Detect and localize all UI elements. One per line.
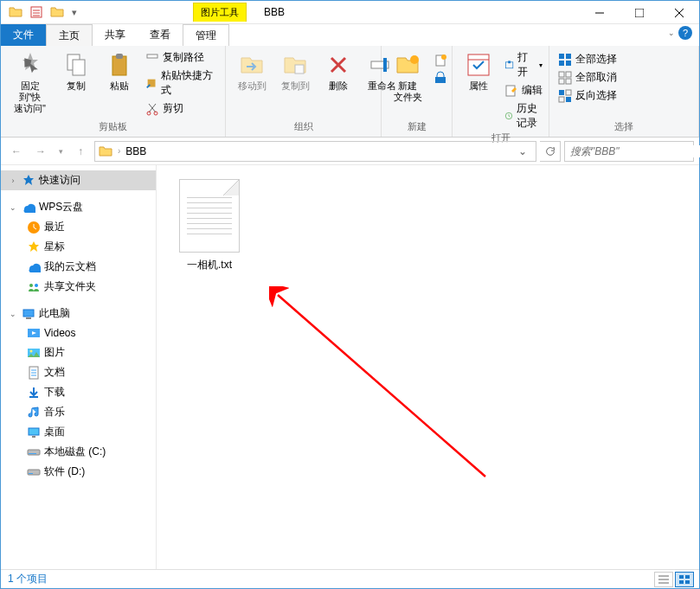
breadcrumb[interactable]: BBB <box>125 145 146 157</box>
svg-rect-51 <box>685 575 690 579</box>
sidebar-music[interactable]: 音乐 <box>1 402 156 422</box>
edit-button[interactable]: 编辑 <box>501 82 546 99</box>
select-all-icon <box>558 53 572 67</box>
content-area[interactable]: 一相机.txt <box>157 165 699 569</box>
svg-rect-28 <box>566 79 571 84</box>
sidebar-star[interactable]: 星标 <box>1 237 156 257</box>
sidebar: ›快速访问 ⌄WPS云盘 最近 星标 我的云文档 共享文件夹 ⌄此电脑 Vide… <box>1 165 157 569</box>
svg-rect-43 <box>29 428 39 435</box>
select-none-button[interactable]: 全部取消 <box>555 69 620 86</box>
paste-icon <box>106 51 133 79</box>
statusbar: 1 个项目 <box>1 569 699 588</box>
svg-rect-22 <box>566 54 571 59</box>
clock-icon <box>27 221 41 234</box>
svg-rect-25 <box>559 72 564 77</box>
music-icon <box>27 406 41 419</box>
maximize-button[interactable] <box>620 1 659 24</box>
select-all-button[interactable]: 全部选择 <box>555 51 620 67</box>
star-icon <box>27 240 41 254</box>
paste-button[interactable]: 粘贴 <box>99 48 140 95</box>
tab-view[interactable]: 查看 <box>138 24 183 46</box>
new-folder-button[interactable]: 新建 文件夹 <box>387 48 428 106</box>
search-box[interactable] <box>564 141 694 162</box>
svg-rect-27 <box>559 79 564 84</box>
copy-to-button[interactable]: 复制到 <box>274 48 316 95</box>
svg-point-13 <box>410 55 419 64</box>
titlebar: ▾ 图片工具 BBB <box>1 1 699 24</box>
refresh-button[interactable] <box>540 141 561 162</box>
help-icon[interactable]: ? <box>678 26 692 40</box>
qa-dropdown[interactable]: ▾ <box>68 3 80 22</box>
svg-rect-24 <box>566 61 571 66</box>
svg-rect-5 <box>116 54 123 59</box>
address-bar[interactable]: › BBB ⌄ <box>94 141 536 162</box>
new-group-label: 新建 <box>387 120 446 135</box>
select-none-icon <box>558 71 572 85</box>
tab-file[interactable]: 文件 <box>1 24 46 46</box>
sidebar-this-pc[interactable]: ⌄此电脑 <box>1 304 156 323</box>
paste-shortcut-button[interactable]: 粘贴快捷方式 <box>142 67 220 99</box>
text-file-icon <box>179 179 240 253</box>
copy-path-button[interactable]: 复制路径 <box>142 49 220 66</box>
sidebar-desktop[interactable]: 桌面 <box>1 422 156 442</box>
svg-rect-38 <box>26 317 31 319</box>
file-item[interactable]: 一相机.txt <box>170 179 248 272</box>
svg-rect-23 <box>559 61 564 66</box>
sidebar-mydocs[interactable]: 我的云文档 <box>1 257 156 277</box>
easy-access-button[interactable] <box>430 70 451 86</box>
ribbon-collapse-icon[interactable]: ⌄ <box>668 29 675 37</box>
copy-to-icon <box>281 51 309 79</box>
search-input[interactable] <box>570 145 700 157</box>
sidebar-documents[interactable]: 文档 <box>1 362 156 382</box>
up-button[interactable]: ↑ <box>70 141 91 162</box>
tab-share[interactable]: 共享 <box>93 24 138 46</box>
svg-rect-52 <box>679 580 684 584</box>
ribbon-tabs: 文件 主页 共享 查看 管理 ⌄ ? <box>1 24 699 46</box>
properties-icon <box>465 51 492 79</box>
properties-button[interactable]: 属性 <box>458 48 499 95</box>
sidebar-disk-d[interactable]: 软件 (D:) <box>1 462 156 482</box>
qa-new-folder-icon[interactable] <box>48 3 67 22</box>
svg-rect-45 <box>28 450 40 455</box>
icons-view-button[interactable] <box>675 572 694 587</box>
move-to-button[interactable]: 移动到 <box>231 48 273 95</box>
svg-point-36 <box>35 284 38 287</box>
move-to-icon <box>238 51 266 79</box>
back-button[interactable]: ← <box>6 141 27 162</box>
copy-path-icon <box>145 51 159 65</box>
copy-button[interactable]: 复制 <box>55 48 97 95</box>
qa-properties-icon[interactable] <box>27 3 46 22</box>
qa-folder-icon[interactable] <box>6 3 25 22</box>
recent-dropdown[interactable]: ▾ <box>55 141 67 162</box>
file-name: 一相机.txt <box>170 258 248 272</box>
svg-point-41 <box>30 349 33 352</box>
new-item-button[interactable] <box>430 53 451 68</box>
delete-button[interactable]: 删除 <box>318 48 359 95</box>
tab-manage[interactable]: 管理 <box>183 24 229 46</box>
sidebar-recent[interactable]: 最近 <box>1 217 156 237</box>
history-button[interactable]: 历史记录 <box>501 100 546 131</box>
select-group-label: 选择 <box>555 120 693 135</box>
invert-selection-button[interactable]: 反向选择 <box>555 87 620 104</box>
svg-point-35 <box>29 284 33 287</box>
open-button[interactable]: 打开▾ <box>501 49 546 80</box>
details-view-button[interactable] <box>654 572 673 587</box>
svg-rect-46 <box>29 453 36 454</box>
sidebar-downloads[interactable]: 下载 <box>1 382 156 402</box>
sidebar-videos[interactable]: Videos <box>1 323 156 343</box>
address-dropdown[interactable]: ⌄ <box>513 145 532 157</box>
pin-button[interactable]: 固定到"快 速访问" <box>6 48 54 118</box>
sidebar-quick-access[interactable]: ›快速访问 <box>1 170 156 190</box>
minimize-button[interactable] <box>580 1 620 24</box>
download-icon <box>27 386 41 400</box>
sidebar-wps[interactable]: ⌄WPS云盘 <box>1 197 156 217</box>
sidebar-shared[interactable]: 共享文件夹 <box>1 277 156 297</box>
tab-home[interactable]: 主页 <box>46 24 93 46</box>
forward-button[interactable]: → <box>30 141 51 162</box>
sidebar-disk-c[interactable]: 本地磁盘 (C:) <box>1 442 156 462</box>
cut-button[interactable]: 剪切 <box>142 100 220 117</box>
svg-rect-32 <box>566 97 571 102</box>
sidebar-pictures[interactable]: 图片 <box>1 343 156 362</box>
close-button[interactable] <box>659 1 699 24</box>
invert-selection-icon <box>558 89 572 103</box>
